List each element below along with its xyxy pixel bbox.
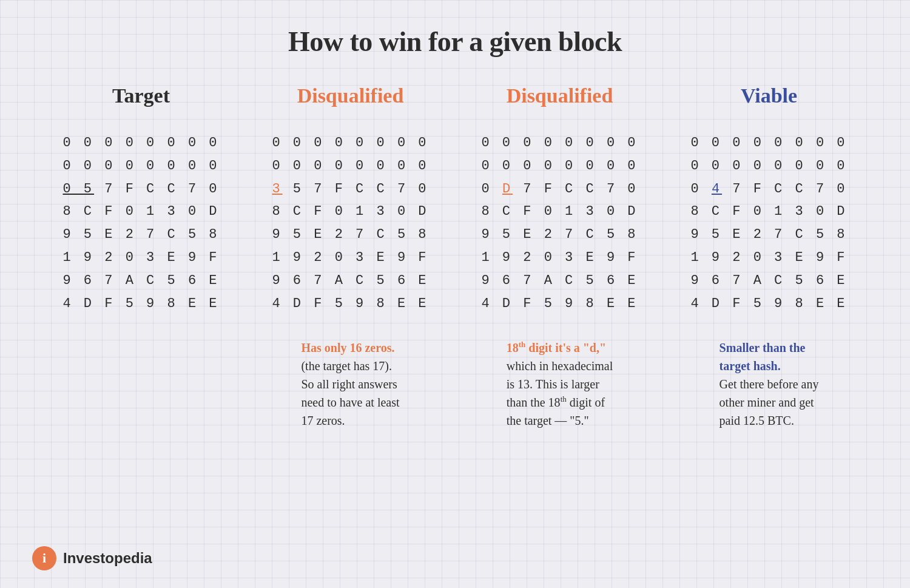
- col-disq2-header: Disqualified: [507, 84, 613, 115]
- page-title: How to win for a given block: [288, 25, 622, 58]
- hash-row: 0 0 0 0 0 0 0 0: [690, 132, 847, 155]
- hash-row: 0 0 0 0 0 0 0 0: [62, 132, 219, 155]
- hash-row: 4 D F 5 9 8 E E: [272, 292, 428, 316]
- col-disq1-header: Disqualified: [297, 84, 404, 115]
- logo-area: i Investopedia: [32, 546, 152, 571]
- hash-row: 9 6 7 A C 5 6 E: [690, 269, 847, 292]
- hash-row: 0 0 0 0 0 0 0 0: [62, 155, 219, 178]
- hash-row: 8 C F 0 1 3 0 D: [481, 200, 638, 223]
- hash-row: 9 5 E 2 7 C 5 8: [690, 223, 847, 246]
- hash-row: 8 C F 0 1 3 0 D: [62, 200, 219, 223]
- hash-row: 1 9 2 0 3 E 9 F: [690, 246, 847, 269]
- hash-row: 0 5 7 F C C 7 0: [62, 178, 219, 201]
- investopedia-logo-icon: i: [32, 546, 57, 571]
- col-disq2: Disqualified 0 0 0 0 0 0 0 0 0 0 0 0 0 0…: [455, 84, 664, 430]
- col-viable-hash: 0 0 0 0 0 0 0 0 0 0 0 0 0 0 0 0 0 4 7 F …: [690, 132, 847, 316]
- hash-row: 8 C F 0 1 3 0 D: [272, 200, 428, 223]
- col-disq1: Disqualified 0 0 0 0 0 0 0 0 0 0 0 0 0 0…: [246, 84, 455, 430]
- hash-row: 1 9 2 0 3 E 9 F: [272, 246, 428, 269]
- hash-row: 0 0 0 0 0 0 0 0: [272, 155, 428, 178]
- hash-row: 9 5 E 2 7 C 5 8: [272, 223, 428, 246]
- col-target: Target 0 0 0 0 0 0 0 0 0 0 0 0 0 0 0 0 0…: [36, 84, 246, 430]
- col-disq1-note: Has only 16 zeros. (the target has 17). …: [301, 339, 399, 430]
- col-viable: Viable 0 0 0 0 0 0 0 0 0 0 0 0 0 0 0 0 0…: [664, 84, 874, 430]
- hash-row: 9 6 7 A C 5 6 E: [62, 269, 219, 292]
- hash-row: 9 5 E 2 7 C 5 8: [481, 223, 638, 246]
- hash-row: 0 0 0 0 0 0 0 0: [690, 155, 847, 178]
- hash-row: 0 D 7 F C C 7 0: [481, 178, 638, 201]
- hash-row: 3 5 7 F C C 7 0: [272, 178, 428, 201]
- hash-row: 9 6 7 A C 5 6 E: [272, 269, 428, 292]
- hash-row: 9 5 E 2 7 C 5 8: [62, 223, 219, 246]
- col-disq2-hash: 0 0 0 0 0 0 0 0 0 0 0 0 0 0 0 0 0 D 7 F …: [481, 132, 638, 316]
- hash-row: 9 6 7 A C 5 6 E: [481, 269, 638, 292]
- col-viable-header: Viable: [741, 84, 797, 115]
- col-disq1-hash: 0 0 0 0 0 0 0 0 0 0 0 0 0 0 0 0 3 5 7 F …: [272, 132, 428, 316]
- hash-row: 1 9 2 0 3 E 9 F: [481, 246, 638, 269]
- note-highlight: Smaller than thetarget hash.: [720, 341, 806, 373]
- hash-row: 4 D F 5 9 8 E E: [481, 292, 638, 316]
- col-target-hash: 0 0 0 0 0 0 0 0 0 0 0 0 0 0 0 0 0 5 7 F …: [62, 132, 219, 316]
- hash-row: 0 4 7 F C C 7 0: [690, 178, 847, 201]
- columns-container: Target 0 0 0 0 0 0 0 0 0 0 0 0 0 0 0 0 0…: [0, 84, 910, 430]
- note-highlight: Has only 16 zeros.: [301, 341, 394, 354]
- hash-row: 4 D F 5 9 8 E E: [690, 292, 847, 316]
- hash-row: 4 D F 5 9 8 E E: [62, 292, 219, 316]
- hash-row: 0 0 0 0 0 0 0 0: [481, 132, 638, 155]
- col-viable-note: Smaller than thetarget hash. Get there b…: [720, 339, 819, 430]
- col-disq2-note: 18th digit it's a "d," which in hexadeci…: [507, 339, 613, 430]
- svg-text:i: i: [42, 550, 46, 566]
- hash-row: 0 0 0 0 0 0 0 0: [481, 155, 638, 178]
- hash-row: 0 0 0 0 0 0 0 0: [272, 132, 428, 155]
- note-highlight: 18th digit it's a "d,": [507, 341, 606, 354]
- logo-text: Investopedia: [63, 550, 152, 567]
- hash-row: 8 C F 0 1 3 0 D: [690, 200, 847, 223]
- hash-row: 1 9 2 0 3 E 9 F: [62, 246, 219, 269]
- col-target-header: Target: [112, 84, 170, 115]
